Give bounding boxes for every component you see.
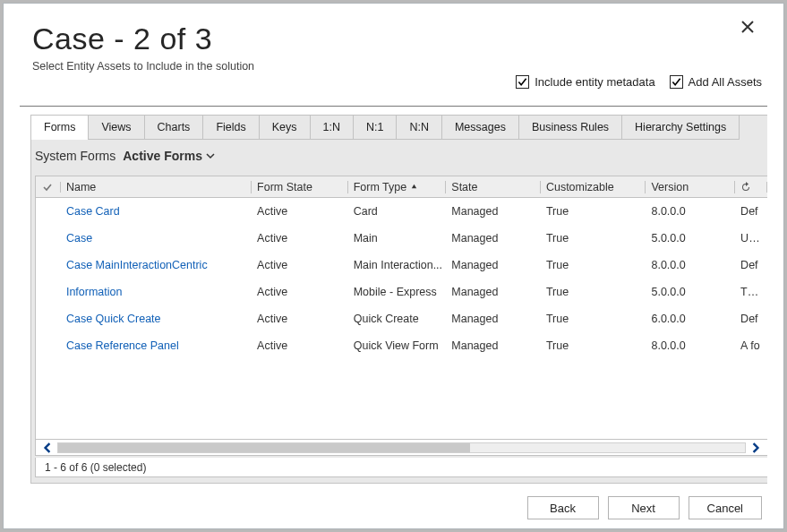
column-form-type[interactable]: Form Type xyxy=(348,181,447,193)
column-form-state[interactable]: Form State xyxy=(252,181,348,193)
cell-description: Def xyxy=(735,205,767,218)
cell-customizable: True xyxy=(541,313,646,325)
table-row[interactable]: Case Quick CreateActiveQuick CreateManag… xyxy=(36,305,767,332)
cell-version: 5.0.0.0 xyxy=(646,286,735,298)
refresh-icon xyxy=(740,182,751,193)
cell-form-type: Main Interaction... xyxy=(348,259,447,271)
cell-customizable: True xyxy=(541,205,646,218)
close-button[interactable] xyxy=(735,14,760,39)
tab-n-1[interactable]: N:1 xyxy=(353,116,397,140)
table-row[interactable]: Case CardActiveCardManagedTrue8.0.0.0Def xyxy=(36,198,767,225)
cell-form-state: Active xyxy=(252,313,348,325)
cell-customizable: True xyxy=(541,259,646,271)
include-metadata-label: Include entity metadata xyxy=(535,75,654,89)
tab-business-rules[interactable]: Business Rules xyxy=(518,116,622,140)
add-all-assets-label: Add All Assets xyxy=(689,75,762,89)
horizontal-scrollbar[interactable] xyxy=(36,439,767,455)
cell-form-type: Quick View Form xyxy=(348,339,447,352)
add-all-assets-checkbox[interactable]: Add All Assets xyxy=(670,75,762,89)
table-row[interactable]: InformationActiveMobile - ExpressManaged… xyxy=(36,279,767,305)
select-all-column[interactable] xyxy=(36,182,61,193)
cell-form-type: Quick Create xyxy=(348,313,447,325)
cancel-button[interactable]: Cancel xyxy=(689,496,762,519)
cell-description: Def xyxy=(735,259,767,271)
form-name-link[interactable]: Case Card xyxy=(66,205,120,218)
cell-state: Managed xyxy=(446,205,541,218)
cell-description: Def xyxy=(735,313,767,325)
cell-form-type: Card xyxy=(348,205,447,218)
cell-customizable: True xyxy=(541,339,646,352)
dialog: Case - 2 of 3 Select Entity Assets to In… xyxy=(20,9,767,528)
form-name-link[interactable]: Case xyxy=(66,232,92,245)
page-title: Case - 2 of 3 xyxy=(20,9,767,56)
include-metadata-checkbox[interactable]: Include entity metadata xyxy=(516,75,654,89)
tab-charts[interactable]: Charts xyxy=(144,116,204,140)
cell-form-type: Mobile - Express xyxy=(348,286,447,298)
view-selector-row: System Forms Active Forms xyxy=(31,140,767,172)
tab-views[interactable]: Views xyxy=(88,116,144,140)
table-row[interactable]: CaseActiveMainManagedTrue5.0.0.0Upd xyxy=(36,225,767,252)
cell-version: 5.0.0.0 xyxy=(646,232,735,245)
column-form-type-label: Form Type xyxy=(354,181,407,193)
tab-keys[interactable]: Keys xyxy=(259,116,311,140)
cell-state: Managed xyxy=(446,339,541,352)
tab-messages[interactable]: Messages xyxy=(441,116,519,140)
footer: Back Next Cancel xyxy=(527,496,762,519)
separator xyxy=(20,106,767,107)
form-name-link[interactable]: Case MainInteractionCentric xyxy=(66,259,208,271)
cell-form-state: Active xyxy=(252,205,348,218)
table-row[interactable]: Case Reference PanelActiveQuick View For… xyxy=(36,332,767,359)
cell-description: A fo xyxy=(735,339,767,352)
form-name-link[interactable]: Case Reference Panel xyxy=(66,339,179,352)
column-refresh[interactable] xyxy=(735,182,767,193)
tabs: FormsViewsChartsFieldsKeys1:NN:1N:NMessa… xyxy=(31,116,767,140)
cell-description: Upd xyxy=(735,232,767,245)
form-name-link[interactable]: Information xyxy=(66,286,123,298)
cell-version: 8.0.0.0 xyxy=(646,339,735,352)
options-row: Include entity metadata Add All Assets xyxy=(516,75,767,89)
cell-form-state: Active xyxy=(252,232,348,245)
checkbox-icon xyxy=(670,75,683,89)
cell-version: 6.0.0.0 xyxy=(646,313,735,325)
table-row[interactable]: Case MainInteractionCentricActiveMain In… xyxy=(36,252,767,279)
next-button[interactable]: Next xyxy=(608,496,680,519)
tab-1-n[interactable]: 1:N xyxy=(310,116,354,140)
cell-form-state: Active xyxy=(252,339,348,352)
grid-status-bar: 1 - 6 of 6 (0 selected) xyxy=(35,458,767,477)
form-name-link[interactable]: Case Quick Create xyxy=(66,313,161,325)
scroll-thumb[interactable] xyxy=(58,443,470,452)
grid: Name Form State Form Type State Customiz… xyxy=(35,176,767,456)
back-button[interactable]: Back xyxy=(527,496,599,519)
tab-n-n[interactable]: N:N xyxy=(396,116,442,140)
grid-body: Case CardActiveCardManagedTrue8.0.0.0Def… xyxy=(36,198,767,439)
page-subtitle: Select Entity Assets to Include in the s… xyxy=(20,56,767,73)
column-version[interactable]: Version xyxy=(646,181,735,193)
grid-header: Name Form State Form Type State Customiz… xyxy=(36,176,767,198)
tab-fields[interactable]: Fields xyxy=(202,116,259,140)
chevron-down-icon xyxy=(206,151,215,160)
column-customizable[interactable]: Customizable xyxy=(541,181,646,193)
column-state[interactable]: State xyxy=(446,181,541,193)
view-picker-label: Active Forms xyxy=(123,149,202,163)
cell-form-state: Active xyxy=(252,259,348,271)
cell-state: Managed xyxy=(446,259,541,271)
cell-version: 8.0.0.0 xyxy=(646,259,735,271)
cell-form-type: Main xyxy=(348,232,447,245)
cell-version: 8.0.0.0 xyxy=(646,205,735,218)
scroll-left-icon[interactable] xyxy=(41,442,54,454)
view-picker[interactable]: Active Forms xyxy=(123,149,215,163)
cell-customizable: True xyxy=(541,286,646,298)
scroll-right-icon[interactable] xyxy=(749,442,762,454)
cell-state: Managed xyxy=(446,313,541,325)
tab-forms[interactable]: Forms xyxy=(31,116,89,140)
column-name[interactable]: Name xyxy=(61,181,252,193)
sort-ascending-icon xyxy=(410,183,418,191)
scroll-track[interactable] xyxy=(57,442,746,453)
cell-state: Managed xyxy=(446,286,541,298)
tab-area: FormsViewsChartsFieldsKeys1:NN:1N:NMessa… xyxy=(30,115,767,484)
tab-body: System Forms Active Forms Name Form Stat… xyxy=(31,140,767,483)
tab-hierarchy-settings[interactable]: Hierarchy Settings xyxy=(621,116,740,140)
cell-state: Managed xyxy=(446,232,541,245)
cell-form-state: Active xyxy=(252,286,348,298)
view-category-label: System Forms xyxy=(35,149,115,163)
